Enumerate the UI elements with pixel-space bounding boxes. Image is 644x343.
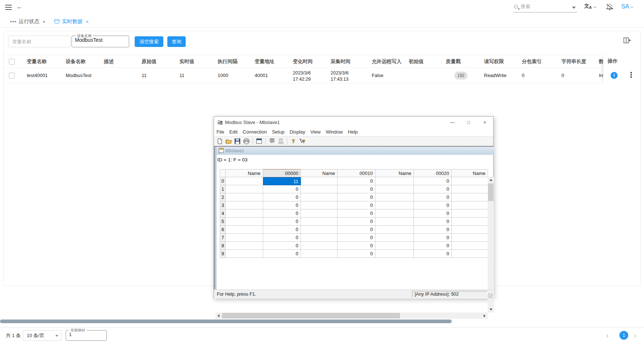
modbus-grid-cell[interactable] [301,185,338,193]
child-window-titlebar[interactable]: Mbslave1 [217,147,494,155]
scroll-right-icon[interactable] [481,313,488,319]
prev-page-icon[interactable]: ‹ [606,331,609,340]
modbus-grid-cell[interactable] [301,226,338,234]
menu-file[interactable]: File [214,128,227,136]
variable-name-input[interactable] [8,36,70,47]
context-help-icon[interactable]: ? [299,138,306,145]
modbus-grid-cell[interactable]: 0 [414,226,452,234]
query-button[interactable]: 查询 [167,36,186,47]
modbus-grid-cell[interactable] [452,177,488,185]
horizontal-scroll-thumb[interactable] [222,313,400,318]
menu-help[interactable]: Help [345,128,360,136]
modbus-grid-cell[interactable] [452,234,488,242]
modbus-grid-cell[interactable]: 0 [263,201,301,209]
modbus-grid-cell[interactable] [226,185,263,193]
modbus-grid-cell[interactable] [452,242,488,250]
clear-search-button[interactable]: 清空搜索 [135,36,163,47]
minimize-button[interactable]: — [444,117,461,128]
modbus-grid-cell[interactable]: 0 [414,218,452,226]
vertical-scroll-thumb[interactable] [488,183,494,201]
scroll-left-icon[interactable] [215,313,222,319]
window-titlebar[interactable]: Modbus Slave - Mbslave1 — □ × [214,117,493,128]
modbus-grid-cell[interactable] [226,218,263,226]
open-file-icon[interactable] [225,138,232,145]
modbus-grid-cell[interactable] [226,209,263,218]
page-horizontal-scrollbar[interactable] [0,320,452,323]
modbus-grid-cell[interactable]: 0 [414,193,452,201]
menu-setup[interactable]: Setup [269,128,287,136]
modbus-grid-cell[interactable] [301,250,338,258]
connection-device-icon[interactable] [268,138,276,145]
modbus-grid-cell[interactable] [226,193,263,201]
modbus-grid-cell[interactable]: 0 [263,234,301,242]
modbus-grid-cell[interactable]: 0 [414,201,452,209]
modbus-grid-cell[interactable] [375,193,414,201]
modbus-grid-cell[interactable] [375,226,414,234]
scroll-down-icon[interactable] [488,306,494,313]
modbus-grid-cell[interactable] [375,250,414,258]
tab-realtime-data[interactable]: 实时数据 × [54,17,89,26]
modbus-grid-cell[interactable] [452,250,488,258]
modbus-grid-cell[interactable]: 0 [263,185,301,193]
close-icon[interactable]: × [86,19,89,25]
modbus-grid-cell[interactable]: 0 [338,242,375,250]
modbus-grid-cell[interactable] [452,201,488,209]
modbus-grid-cell[interactable]: 0 [338,250,375,258]
display-definition-icon[interactable] [255,138,263,145]
horizontal-scrollbar[interactable] [215,313,488,319]
modbus-grid-cell[interactable] [452,185,488,193]
notifications-off-icon[interactable] [605,3,614,12]
modbus-grid-cell[interactable]: 0 [414,234,452,242]
save-icon[interactable] [234,138,241,145]
modbus-grid-cell[interactable]: 0 [338,185,375,193]
menu-toggle-icon[interactable] [5,5,12,10]
modbus-grid-cell[interactable]: 0 [414,185,452,193]
search-dropdown-icon[interactable] [572,7,576,9]
close-button[interactable]: × [477,117,493,128]
help-icon[interactable]: ? [290,138,297,145]
table-row[interactable]: test40001 ModbusTest 11 11 1000 40001 20… [4,68,640,83]
modbus-grid-cell[interactable] [226,250,263,258]
modbus-grid-cell[interactable]: 0 [263,250,301,258]
modbus-grid-cell[interactable]: 0 [414,209,452,218]
global-search-input[interactable] [521,4,565,9]
modbus-grid-cell[interactable] [226,234,263,242]
modbus-grid-cell[interactable] [375,185,414,193]
modbus-grid-cell[interactable] [301,177,338,185]
modbus-grid-cell[interactable] [375,218,414,226]
page-size-select[interactable]: 10 条/页 [23,330,62,341]
maximize-button[interactable]: □ [461,117,477,128]
info-icon[interactable]: i [611,72,618,79]
resize-grip[interactable] [488,293,493,298]
close-icon[interactable]: × [43,19,46,25]
device-name-input[interactable] [75,37,125,43]
menu-view[interactable]: View [308,128,323,136]
user-menu[interactable]: SA [621,3,633,10]
language-icon[interactable]: 文A [584,3,597,12]
print-icon[interactable] [243,138,250,145]
modbus-grid-cell[interactable] [375,209,414,218]
modbus-grid-cell[interactable] [226,226,263,234]
back-arrow-icon[interactable]: ← [16,3,23,11]
modbus-grid-cell[interactable] [301,234,338,242]
modbus-grid-cell[interactable]: 0 [338,218,375,226]
current-page-button[interactable]: 1 [619,331,628,340]
modbus-grid-cell[interactable] [226,177,263,185]
menu-edit[interactable]: Edit [227,128,240,136]
next-page-icon[interactable]: › [634,331,637,340]
modbus-grid-cell[interactable] [301,242,338,250]
new-file-icon[interactable] [216,138,223,145]
modbus-grid-cell[interactable]: 0 [414,177,452,185]
menu-connection[interactable]: Connection [240,128,269,136]
row-checkbox[interactable] [9,73,15,79]
menu-window[interactable]: Window [323,128,345,136]
modbus-grid-cell[interactable]: 0 [414,250,452,258]
modbus-grid-cell[interactable] [226,201,263,209]
modbus-grid-cell[interactable] [375,201,414,209]
modbus-grid-cell[interactable]: 0 [338,226,375,234]
device-disabled-icon[interactable] [277,138,284,145]
modbus-grid-cell[interactable]: 0 [338,177,375,185]
modbus-grid-cell[interactable] [375,177,414,185]
modbus-grid-cell[interactable]: 11 [263,177,301,185]
modbus-grid-cell[interactable] [452,193,488,201]
